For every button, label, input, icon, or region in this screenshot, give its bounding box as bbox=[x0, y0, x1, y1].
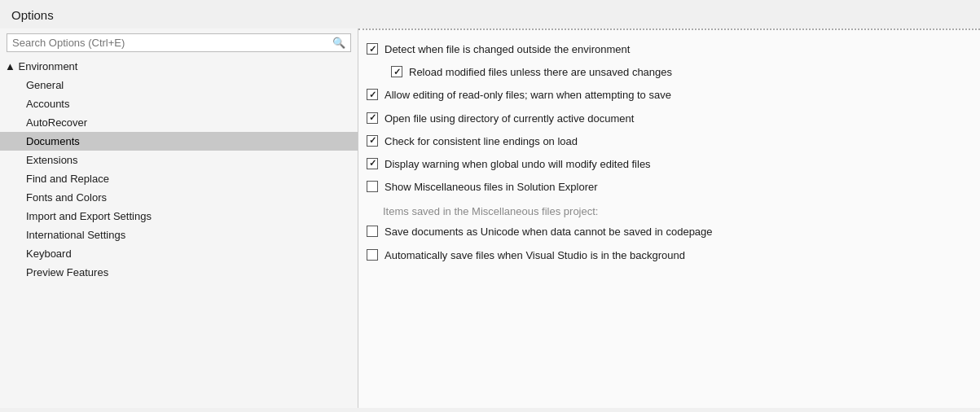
tree-item-preview[interactable]: Preview Features bbox=[0, 263, 358, 282]
checkbox-inner-reload-modified bbox=[391, 66, 402, 77]
checkbox-auto-save[interactable] bbox=[367, 249, 378, 261]
option-label-open-file-dir: Open file using directory of currently a… bbox=[385, 112, 634, 126]
checkbox-display-warning[interactable] bbox=[367, 158, 378, 169]
checkbox-inner-check-line-endings bbox=[367, 135, 378, 147]
checkbox-inner-save-unicode bbox=[367, 226, 378, 237]
option-label-detect-change: Detect when file is changed outside the … bbox=[385, 42, 630, 57]
option-row-check-line-endings[interactable]: Check for consistent line endings on loa… bbox=[367, 130, 964, 153]
tree-item-environment[interactable]: ▲ Environment bbox=[0, 57, 358, 76]
search-box[interactable]: 🔍 bbox=[7, 33, 351, 52]
option-row-show-misc[interactable]: Show Miscellaneous files in Solution Exp… bbox=[367, 176, 964, 199]
checkbox-check-line-endings[interactable] bbox=[367, 135, 378, 147]
tree-item-international[interactable]: International Settings bbox=[0, 226, 358, 244]
option-label-allow-editing: Allow editing of read-only files; warn w… bbox=[385, 88, 671, 103]
tree-item-general[interactable]: General bbox=[0, 76, 358, 94]
checkbox-show-misc[interactable] bbox=[367, 181, 378, 192]
checkbox-open-file-dir[interactable] bbox=[367, 112, 378, 124]
option-label-save-unicode: Save documents as Unicode when data cann… bbox=[385, 225, 713, 239]
tree-item-accounts[interactable]: Accounts bbox=[0, 94, 358, 113]
right-panel: Detect when file is changed outside the … bbox=[358, 28, 980, 408]
option-row-detect-change[interactable]: Detect when file is changed outside the … bbox=[367, 38, 964, 61]
tree-item-autorecover[interactable]: AutoRecover bbox=[0, 113, 358, 132]
option-row-save-unicode[interactable]: Save documents as Unicode when data cann… bbox=[367, 221, 964, 243]
options-list: Detect when file is changed outside the … bbox=[367, 38, 964, 267]
tree-item-findreplace[interactable]: Find and Replace bbox=[0, 169, 358, 188]
search-input[interactable] bbox=[12, 37, 332, 49]
tree-item-extensions[interactable]: Extensions bbox=[0, 151, 358, 169]
checkbox-inner-detect-change bbox=[367, 43, 378, 55]
tree-item-keyboard[interactable]: Keyboard bbox=[0, 244, 358, 263]
option-label-reload-modified: Reload modified files unless there are u… bbox=[409, 65, 672, 80]
option-row-allow-editing[interactable]: Allow editing of read-only files; warn w… bbox=[367, 84, 964, 107]
checkbox-save-unicode[interactable] bbox=[367, 226, 378, 237]
tree-container: ▲ EnvironmentGeneralAccountsAutoRecoverD… bbox=[0, 57, 358, 408]
checkbox-inner-open-file-dir bbox=[367, 112, 378, 124]
checkbox-inner-display-warning bbox=[367, 158, 378, 169]
checkbox-reload-modified[interactable] bbox=[391, 66, 402, 77]
checkbox-inner-auto-save bbox=[367, 249, 378, 261]
section-label: Items saved in the Miscellaneous files p… bbox=[367, 199, 964, 221]
checkbox-allow-editing[interactable] bbox=[367, 89, 378, 100]
option-label-show-misc: Show Miscellaneous files in Solution Exp… bbox=[385, 180, 598, 195]
option-label-display-warning: Display warning when global undo will mo… bbox=[385, 157, 651, 172]
option-row-auto-save[interactable]: Automatically save files when Visual Stu… bbox=[367, 244, 964, 267]
checkbox-inner-show-misc bbox=[367, 181, 378, 192]
page-title: Options bbox=[0, 0, 980, 28]
option-label-check-line-endings: Check for consistent line endings on loa… bbox=[385, 134, 578, 149]
tree-item-documents[interactable]: Documents bbox=[0, 132, 358, 151]
left-panel: 🔍 ▲ EnvironmentGeneralAccountsAutoRecove… bbox=[0, 28, 358, 408]
option-row-reload-modified[interactable]: Reload modified files unless there are u… bbox=[367, 61, 964, 84]
checkbox-detect-change[interactable] bbox=[367, 43, 378, 55]
checkbox-inner-allow-editing bbox=[367, 89, 378, 100]
search-icon: 🔍 bbox=[332, 37, 345, 49]
tree-item-importexport[interactable]: Import and Export Settings bbox=[0, 207, 358, 226]
tree-item-fontscolors[interactable]: Fonts and Colors bbox=[0, 188, 358, 207]
option-row-display-warning[interactable]: Display warning when global undo will mo… bbox=[367, 153, 964, 176]
option-label-auto-save: Automatically save files when Visual Stu… bbox=[385, 248, 685, 263]
option-row-open-file-dir[interactable]: Open file using directory of currently a… bbox=[367, 107, 964, 130]
